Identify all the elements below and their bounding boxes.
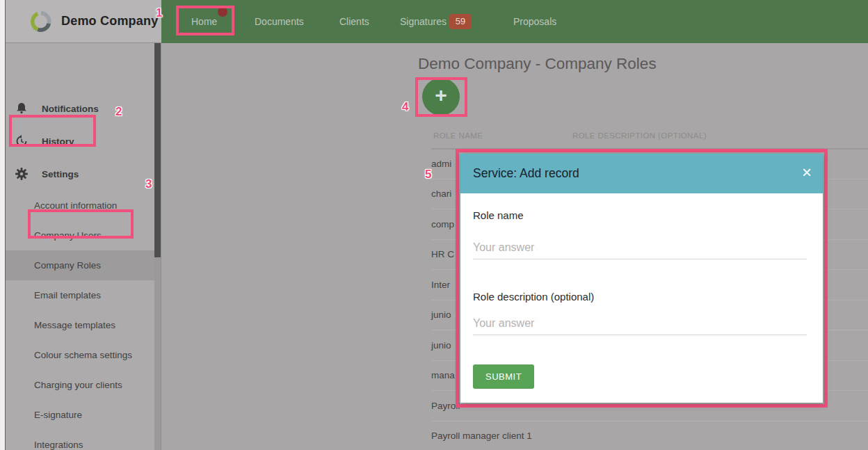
table-row[interactable]: HR C bbox=[431, 249, 454, 259]
modal-header: Service: Add record × bbox=[460, 154, 823, 193]
table-row[interactable]: admi bbox=[431, 159, 451, 169]
role-description-input[interactable] bbox=[473, 312, 807, 335]
app-window: Demo Company Home Documents Clients Sign… bbox=[0, 0, 868, 450]
sidebar-subitem-e-signature[interactable]: E-signature bbox=[6, 404, 154, 425]
sidebar-subitem-label: Email templates bbox=[34, 290, 101, 300]
add-record-modal: Service: Add record × Role name Role des… bbox=[460, 154, 823, 403]
signatures-count-badge: 59 bbox=[449, 14, 472, 29]
page-title: Demo Company - Company Roles bbox=[418, 55, 657, 73]
table-row[interactable]: junio bbox=[431, 340, 451, 351]
table-header-divider bbox=[431, 148, 868, 150]
sidebar-subitem-company-users[interactable]: Company Users bbox=[6, 225, 154, 246]
sidebar-subitem-email-templates[interactable]: Email templates bbox=[6, 284, 154, 305]
table-row[interactable]: junio bbox=[431, 310, 451, 320]
sidebar-subitem-label: Charging your clients bbox=[34, 380, 122, 390]
sidebar-subitem-charging-your-clients[interactable]: Charging your clients bbox=[6, 374, 154, 395]
sidebar: Notifications History bbox=[6, 43, 161, 450]
column-header-role-description: ROLE DESCRIPTION (OPTIONAL) bbox=[572, 131, 707, 140]
sidebar-subitem-label: Company Users bbox=[34, 230, 102, 241]
history-icon bbox=[15, 134, 29, 148]
nav-home[interactable]: Home bbox=[191, 0, 217, 43]
gear-icon bbox=[15, 167, 29, 181]
sidebar-scrollbar-thumb[interactable] bbox=[154, 43, 161, 257]
sidebar-subitem-label: Account information bbox=[34, 200, 117, 211]
plus-icon: + bbox=[435, 83, 447, 106]
submit-button[interactable]: SUBMIT bbox=[473, 364, 534, 389]
add-role-button[interactable]: + bbox=[422, 78, 460, 115]
sidebar-subitem-label: Message templates bbox=[34, 320, 115, 330]
brand-area: Demo Company bbox=[6, 0, 161, 43]
sidebar-item-notifications[interactable]: Notifications bbox=[6, 97, 154, 120]
sidebar-subitem-label: E-signature bbox=[34, 410, 82, 420]
home-alert-dot-icon bbox=[218, 7, 227, 17]
sidebar-item-label: History bbox=[42, 136, 74, 147]
close-icon[interactable]: × bbox=[802, 154, 812, 193]
table-row[interactable]: comp bbox=[431, 219, 454, 230]
sidebar-item-history[interactable]: History bbox=[6, 129, 154, 153]
role-name-label: Role name bbox=[473, 209, 524, 221]
table-row[interactable]: Inter bbox=[431, 280, 450, 290]
top-nav-bar: Demo Company Home Documents Clients Sign… bbox=[6, 0, 868, 43]
sidebar-subitem-account-information[interactable]: Account information bbox=[6, 195, 154, 216]
role-name-input[interactable] bbox=[473, 236, 807, 259]
modal-title: Service: Add record bbox=[473, 154, 579, 193]
left-gutter bbox=[0, 0, 6, 450]
sidebar-item-settings[interactable]: Settings bbox=[6, 162, 154, 186]
nav-proposals[interactable]: Proposals bbox=[513, 0, 556, 43]
sidebar-subitem-company-roles[interactable]: Company Roles bbox=[6, 255, 154, 275]
brand-name: Demo Company bbox=[61, 14, 158, 29]
nav-signatures[interactable]: Signatures bbox=[400, 0, 447, 43]
table-row[interactable]: chari bbox=[431, 188, 451, 199]
bell-icon bbox=[15, 102, 29, 115]
column-header-role-name: ROLE NAME bbox=[433, 131, 483, 140]
annotation-number-4: 4 bbox=[402, 100, 408, 114]
table-row[interactable]: mana bbox=[431, 370, 455, 380]
sidebar-subitem-label: Company Roles bbox=[34, 260, 101, 271]
nav-documents[interactable]: Documents bbox=[255, 0, 304, 43]
annotation-number-5: 5 bbox=[425, 168, 431, 182]
sidebar-subitem-integrations[interactable]: Integrations bbox=[6, 434, 154, 450]
nav-clients[interactable]: Clients bbox=[339, 0, 369, 43]
sidebar-subitem-label: Colour schema settings bbox=[34, 350, 132, 360]
brand-logo-icon bbox=[29, 10, 53, 33]
row-divider bbox=[431, 421, 868, 421]
sidebar-subitem-label: Integrations bbox=[34, 440, 83, 450]
sidebar-item-label: Notifications bbox=[42, 104, 99, 114]
role-description-label: Role description (optional) bbox=[473, 291, 594, 303]
table-row[interactable]: Payroll bbox=[431, 401, 460, 411]
table-row[interactable]: Payroll manager client 1 bbox=[431, 431, 532, 441]
sidebar-item-label: Settings bbox=[42, 169, 79, 179]
sidebar-subitem-colour-schema-settings[interactable]: Colour schema settings bbox=[6, 344, 154, 365]
sidebar-subitem-message-templates[interactable]: Message templates bbox=[6, 314, 154, 335]
